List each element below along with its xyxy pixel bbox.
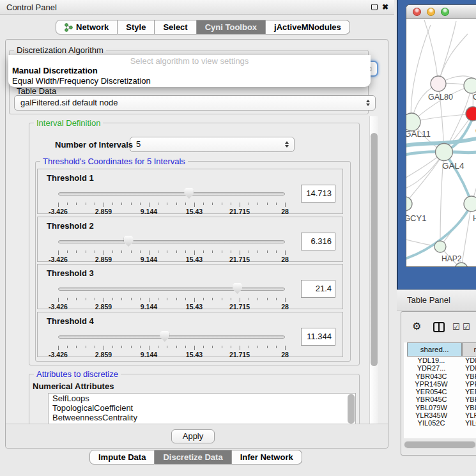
- table-cell-name: YDR2: [462, 364, 476, 372]
- minimize-traffic-light-icon[interactable]: [427, 8, 435, 16]
- float-window-icon[interactable]: [371, 4, 378, 10]
- threshold-value-field[interactable]: 6.316: [301, 233, 335, 250]
- algorithm-option[interactable]: Equal Width/Frequency Discretization: [12, 76, 151, 86]
- node-gal11[interactable]: [406, 113, 420, 131]
- tab-select[interactable]: Select: [155, 20, 196, 35]
- slider-tick: [203, 298, 204, 300]
- tab-style[interactable]: Style: [118, 20, 155, 35]
- table-row[interactable]: YBR045CYBR0: [404, 395, 476, 403]
- table-column-header[interactable]: name: [462, 342, 476, 357]
- apply-button[interactable]: Apply: [171, 429, 215, 443]
- slider-track[interactable]: [58, 288, 285, 291]
- threshold-label: Threshold 4: [47, 316, 94, 326]
- node-gcy1[interactable]: [406, 197, 412, 211]
- thresholds-group-label: Threshold's Coordinates for 5 Intervals: [40, 157, 188, 166]
- network-edge[interactable]: [438, 21, 456, 84]
- threshold-slider[interactable]: -3.4262.8599.14415.4321.71528: [54, 330, 289, 357]
- list-scrollbar[interactable]: [348, 394, 355, 424]
- threshold-slider[interactable]: -3.4262.8599.14415.4321.71528: [54, 235, 289, 262]
- network-edge[interactable]: [424, 20, 438, 84]
- bottom-tab-impute-data[interactable]: Impute Data: [89, 450, 155, 464]
- slider-tick: [285, 250, 286, 255]
- close-icon[interactable]: ✖: [382, 3, 388, 11]
- node-h[interactable]: [464, 196, 476, 211]
- slider-tick: [104, 298, 104, 302]
- node-hap2[interactable]: [434, 241, 446, 252]
- table-row[interactable]: YIL052CYIL0: [404, 419, 476, 426]
- slider-track[interactable]: [58, 192, 285, 196]
- node-gal4[interactable]: [436, 144, 453, 161]
- slider-tick-label: 21.715: [229, 208, 250, 215]
- table-row[interactable]: YBL079WYBL0: [404, 404, 476, 411]
- tab-jactivemnodules[interactable]: jActiveMNodules: [266, 20, 350, 35]
- table-row[interactable]: YDR27...YDR2: [404, 364, 476, 372]
- table-row[interactable]: YLR345WYLR3: [404, 411, 476, 419]
- slider-thumb[interactable]: [233, 283, 242, 294]
- slider-tick: [240, 203, 240, 207]
- table-data-combobox[interactable]: galFiltered.sif default node: [14, 95, 376, 111]
- slider-tick: [95, 203, 95, 205]
- slider-tick: [167, 298, 167, 300]
- slider-tick: [158, 203, 158, 205]
- slider-tick: [121, 203, 122, 205]
- slider-thumb[interactable]: [124, 236, 134, 247]
- table-cell-name: YDL1: [462, 357, 476, 364]
- table-row[interactable]: YDL19...YDL1: [404, 357, 476, 364]
- slider-tick: [231, 346, 231, 348]
- checkbox-icon[interactable]: ☑: [463, 322, 470, 332]
- slider-tick: [158, 298, 158, 300]
- attribute-list-item[interactable]: TopologicalCoefficient: [49, 403, 355, 413]
- table-row[interactable]: YPR145WYPR1: [404, 380, 476, 388]
- zoom-traffic-light-icon[interactable]: [441, 8, 449, 16]
- threshold-value-field[interactable]: 14.713: [301, 185, 335, 203]
- close-traffic-light-icon[interactable]: [413, 8, 421, 16]
- slider-tick: [95, 298, 95, 300]
- bottom-tab-label: Impute Data: [98, 450, 146, 464]
- table-column-header[interactable]: shared...: [407, 342, 462, 357]
- tab-cyni-toolbox[interactable]: Cyni Toolbox: [197, 20, 266, 35]
- slider-tick: [231, 250, 231, 253]
- threshold-value-field[interactable]: 21.4: [301, 280, 335, 298]
- slider-track[interactable]: [58, 240, 285, 243]
- slider-tick-label: 28: [281, 351, 289, 358]
- table-row[interactable]: YBR043CYBR0: [404, 372, 476, 380]
- slider-track[interactable]: [58, 335, 285, 339]
- panel-vertical-scrollbar[interactable]: [369, 116, 378, 424]
- threshold-value-field[interactable]: 11.344: [301, 328, 335, 346]
- numerical-attributes-list[interactable]: SelfLoopsTopologicalCoefficientBetweenne…: [48, 393, 356, 424]
- slider-thumb[interactable]: [184, 188, 194, 199]
- network-canvas[interactable]: GAL80GGAL11CGAL4GCY1HHAP2: [406, 20, 476, 267]
- algorithm-option[interactable]: Manual Discretization: [12, 66, 98, 75]
- node-bottom[interactable]: [455, 263, 468, 267]
- slider-thumb[interactable]: [160, 331, 169, 342]
- slider-tick: [167, 203, 167, 205]
- table-row[interactable]: YER054CYER0: [404, 388, 476, 395]
- scrollbar-thumb[interactable]: [404, 441, 475, 448]
- attribute-list-item[interactable]: SelfLoops: [49, 394, 355, 403]
- bottom-tab-discretize-data[interactable]: Discretize Data: [155, 450, 231, 464]
- slider-tick-label: 21.715: [229, 256, 250, 263]
- table-cell-shared-name: YBR045C: [404, 395, 459, 403]
- network-edge[interactable]: [411, 25, 431, 122]
- split-columns-icon[interactable]: [433, 322, 445, 332]
- scrollbar-thumb[interactable]: [371, 133, 378, 366]
- slider-tick: [167, 250, 167, 253]
- threshold-slider[interactable]: -3.4262.8599.14415.4321.71528: [54, 187, 289, 214]
- network-window-titlebar[interactable]: [406, 5, 476, 19]
- tab-network[interactable]: Network: [56, 20, 118, 35]
- table-horizontal-scrollbar[interactable]: [404, 441, 476, 449]
- tab-label: Style: [126, 20, 146, 34]
- node-red-selected[interactable]: [466, 107, 476, 121]
- number-of-intervals-spinner[interactable]: 5: [130, 137, 295, 152]
- slider-tick: [67, 203, 68, 205]
- attribute-list-item[interactable]: BetweennessCentrality: [49, 413, 355, 422]
- slider-tick: [249, 250, 249, 253]
- bottom-tab-infer-network[interactable]: Infer Network: [232, 450, 302, 464]
- threshold-panel: Threshold 4-3.4262.8599.14415.4321.71528…: [37, 312, 343, 357]
- gear-icon[interactable]: ⚙: [412, 320, 421, 332]
- threshold-slider[interactable]: -3.4262.8599.14415.4321.71528: [54, 282, 289, 309]
- node-top-right[interactable]: [464, 78, 476, 93]
- node-pink[interactable]: [431, 76, 446, 91]
- checkbox-icon[interactable]: ☑: [452, 322, 460, 332]
- slider-tick: [158, 346, 158, 348]
